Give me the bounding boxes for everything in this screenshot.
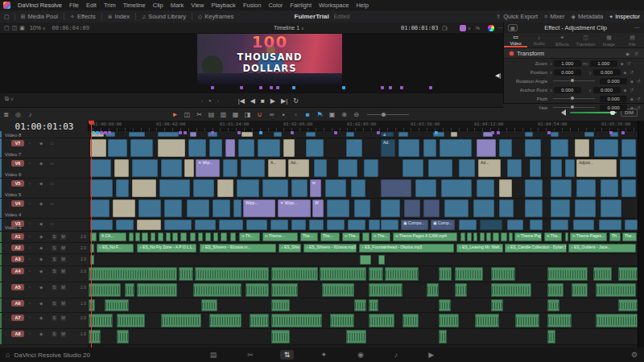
video-clip[interactable] (575, 139, 589, 157)
track-enable-badge[interactable]: A4 (11, 268, 24, 274)
timeline-marker[interactable] (108, 131, 111, 134)
video-clip[interactable] (132, 179, 156, 197)
video-clip[interactable] (217, 179, 233, 197)
video-clip[interactable] (116, 179, 129, 197)
audio-clip[interactable] (180, 232, 187, 241)
timeline-marker[interactable] (184, 131, 187, 134)
video-clip[interactable] (381, 220, 398, 230)
single-viewer-icon[interactable]: ▢ (4, 25, 10, 31)
audio-waveform-clip[interactable] (439, 267, 452, 281)
audio-clip[interactable]: ∞ Theme Pages A CAM.mp4 (393, 232, 457, 241)
audio-waveform-clip[interactable] (618, 267, 638, 281)
viewer-mode-icon[interactable]: ▣ (19, 25, 25, 31)
auto-select-icon[interactable]: ◆ (39, 331, 43, 336)
track-enable-badge[interactable]: A1 (11, 233, 24, 240)
audio-clip[interactable]: ∞ Theme Pages... (570, 232, 607, 241)
video-clip[interactable] (428, 159, 452, 177)
audio-waveform-clip[interactable] (271, 283, 298, 297)
razor-icon[interactable]: ✂ (193, 111, 205, 118)
menu-playback[interactable]: Playback (211, 2, 235, 9)
timeline-lane[interactable]: w (89, 179, 638, 199)
timeline-option-icon[interactable]: ≣ (0, 111, 12, 118)
video-clip[interactable] (90, 220, 113, 230)
audio-track-header[interactable]: A5▫◆SM2.0 (0, 282, 89, 298)
video-clip[interactable] (346, 132, 354, 137)
video-clip[interactable] (551, 179, 572, 197)
video-clip[interactable] (451, 132, 457, 137)
timeline-scrollbar[interactable] (638, 121, 644, 348)
video-clip[interactable] (499, 200, 514, 217)
audio-waveform-clip[interactable] (271, 267, 318, 281)
video-clip[interactable] (599, 220, 621, 230)
video-clip[interactable] (584, 132, 594, 137)
viewer-marker[interactable] (276, 86, 279, 89)
video-clip[interactable] (551, 220, 568, 230)
audio-clip[interactable] (378, 255, 385, 265)
toolbar-button-inspector[interactable]: ⌖Inspector (609, 13, 640, 20)
transport-button-icon[interactable]: ◀ (250, 97, 255, 105)
video-clip[interactable] (306, 139, 324, 157)
value-field[interactable]: 0.000 (600, 78, 627, 84)
audio-clip[interactable]: ♪ ES_No F... (97, 244, 134, 253)
video-clip[interactable] (258, 139, 280, 157)
snapping-magnet-icon[interactable]: ∪ (254, 111, 266, 118)
mute-button[interactable]: M (60, 269, 66, 274)
reset-icon[interactable]: ↺ (637, 105, 641, 110)
value-field[interactable]: 0.000 (593, 87, 621, 93)
video-track-header[interactable]: V5▫◆▭Video 5 (0, 179, 89, 199)
video-clip[interactable] (130, 139, 153, 157)
fit-to-fill-icon[interactable]: ◨ (242, 111, 254, 118)
timeline-marker[interactable] (259, 131, 262, 134)
timeline-marker[interactable] (491, 131, 494, 134)
audio-waveform-clip[interactable] (89, 314, 113, 327)
audio-waveform-clip[interactable] (271, 314, 322, 327)
timeline-tracks-area[interactable]: A...Ad.✶ Wip...A...Ad...Ad...Adjust...wW… (89, 131, 638, 348)
audio-clip[interactable]: The... (320, 232, 340, 241)
video-clip[interactable] (184, 159, 194, 177)
video-clip[interactable]: ✶ Wip... (196, 159, 220, 177)
video-clip[interactable] (233, 200, 242, 217)
value-field[interactable]: 1.000 (590, 60, 617, 67)
panel-toggle-icon[interactable]: ▢ (4, 14, 10, 20)
video-clip[interactable] (158, 132, 179, 137)
flag-lock-icon[interactable]: ▫ (290, 111, 302, 118)
value-field[interactable]: 0.000 (600, 96, 627, 102)
video-clip[interactable] (291, 220, 306, 230)
audio-waveform-clip[interactable] (137, 283, 177, 297)
video-clip[interactable] (237, 179, 259, 197)
transform-enable-toggle[interactable] (510, 51, 514, 56)
video-clip[interactable] (473, 200, 494, 217)
video-clip[interactable] (195, 220, 216, 230)
audio-waveform-clip[interactable] (271, 330, 290, 343)
audio-waveform-clip[interactable] (491, 283, 531, 297)
clip-enable-icon[interactable]: ▭ (50, 141, 54, 146)
reset-icon[interactable]: ↺ (627, 60, 631, 66)
inspector-collapse-icon[interactable]: ▦ (508, 24, 518, 31)
video-clip[interactable] (423, 200, 440, 217)
auto-select-icon[interactable]: ◆ (39, 301, 43, 306)
audio-clip[interactable]: ∞ The... (342, 232, 360, 241)
video-clip[interactable]: A... (268, 159, 286, 177)
audio-clip[interactable] (142, 232, 148, 241)
video-clip[interactable] (116, 220, 134, 230)
video-clip[interactable] (551, 200, 570, 217)
video-clip[interactable] (246, 220, 267, 230)
video-clip[interactable] (459, 220, 477, 230)
video-clip[interactable] (108, 139, 127, 157)
timeline-option-icon[interactable]: ♪ (24, 111, 36, 118)
transport-button-icon[interactable]: ▶ (270, 97, 275, 105)
track-enable-badge[interactable]: A7 (11, 315, 24, 321)
page-deliver[interactable]: ▶ (424, 350, 438, 360)
video-clip[interactable] (187, 200, 209, 217)
auto-select-icon[interactable]: ◆ (39, 161, 43, 166)
video-clip[interactable] (459, 159, 475, 177)
toolbar-button-mixer[interactable]: ≡Mixer (544, 13, 564, 20)
audio-waveform-clip[interactable] (201, 299, 217, 311)
audio-waveform-clip[interactable] (354, 299, 366, 311)
video-clip[interactable] (601, 179, 618, 197)
audio-track-header[interactable]: A4▫◆SM2.0 (0, 266, 89, 282)
reset-icon[interactable]: ↺ (637, 78, 641, 84)
track-enable-badge[interactable]: V7 (11, 140, 24, 146)
mute-button[interactable]: M (60, 315, 66, 321)
timeline-lane[interactable]: A CA...∞ Th...∞ Theme...The...The...∞ Th… (89, 232, 638, 243)
